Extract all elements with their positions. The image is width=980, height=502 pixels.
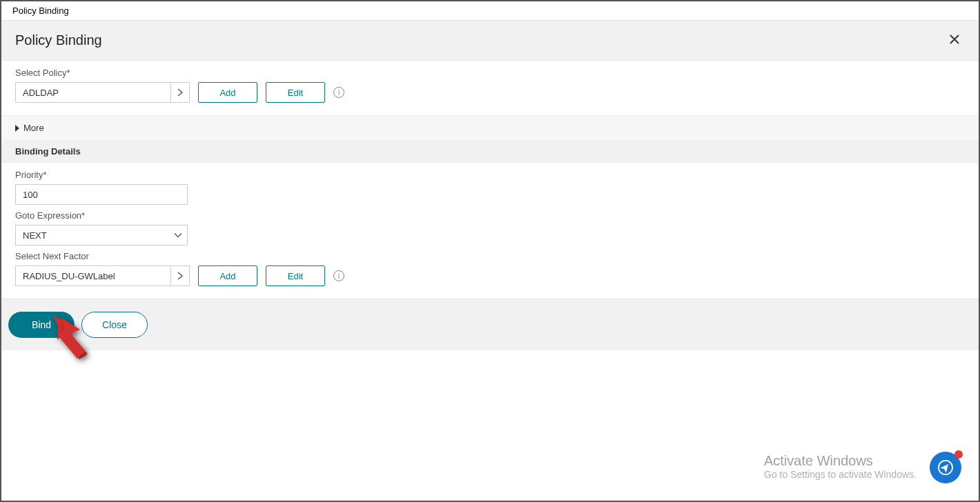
watermark-title: Activate Windows	[764, 453, 917, 469]
policy-add-button[interactable]: Add	[198, 82, 257, 103]
priority-input[interactable]	[15, 184, 188, 205]
priority-label: Priority*	[15, 170, 965, 180]
select-policy-open-button[interactable]	[170, 82, 190, 103]
next-factor-input[interactable]	[15, 265, 170, 286]
help-fab[interactable]	[930, 452, 961, 483]
annotation-arrow-icon	[55, 312, 104, 367]
chevron-right-icon	[177, 271, 184, 281]
goto-expression-select[interactable]	[15, 225, 188, 245]
next-factor-edit-button[interactable]: Edit	[266, 265, 325, 286]
next-factor-open-button[interactable]	[170, 265, 190, 286]
footer: Bind Close	[1, 299, 979, 350]
form-body: Select Policy* Add Edit i More Binding D…	[1, 61, 979, 350]
close-icon	[950, 34, 959, 44]
watermark-sub: Go to Settings to activate Windows.	[764, 469, 917, 480]
page-title: Policy Binding	[15, 32, 102, 48]
goto-expression-label: Goto Expression*	[15, 210, 965, 221]
select-policy-section: Select Policy* Add Edit i	[1, 61, 979, 115]
binding-details-heading: Binding Details	[1, 141, 979, 163]
panel-header: Policy Binding	[1, 21, 979, 61]
more-toggle[interactable]: More	[1, 115, 979, 141]
triangle-right-icon	[15, 125, 19, 132]
close-button[interactable]	[944, 30, 965, 50]
binding-details-section: Priority* Goto Expression* Select Next F…	[1, 163, 979, 299]
next-factor-picker	[15, 265, 190, 286]
more-label: More	[23, 123, 44, 133]
watermark: Activate Windows Go to Settings to activ…	[764, 453, 917, 480]
chevron-right-icon	[177, 88, 184, 97]
next-factor-label: Select Next Factor	[15, 251, 965, 261]
notification-dot-icon	[954, 450, 963, 459]
policy-edit-button[interactable]: Edit	[266, 82, 325, 103]
breadcrumb: Policy Binding	[1, 1, 979, 21]
select-policy-picker	[15, 82, 190, 103]
navigation-icon	[938, 460, 953, 475]
select-policy-input[interactable]	[15, 82, 170, 103]
info-icon[interactable]: i	[333, 87, 344, 98]
select-policy-label: Select Policy*	[15, 68, 965, 78]
info-icon[interactable]: i	[333, 270, 344, 281]
next-factor-add-button[interactable]: Add	[198, 265, 257, 286]
